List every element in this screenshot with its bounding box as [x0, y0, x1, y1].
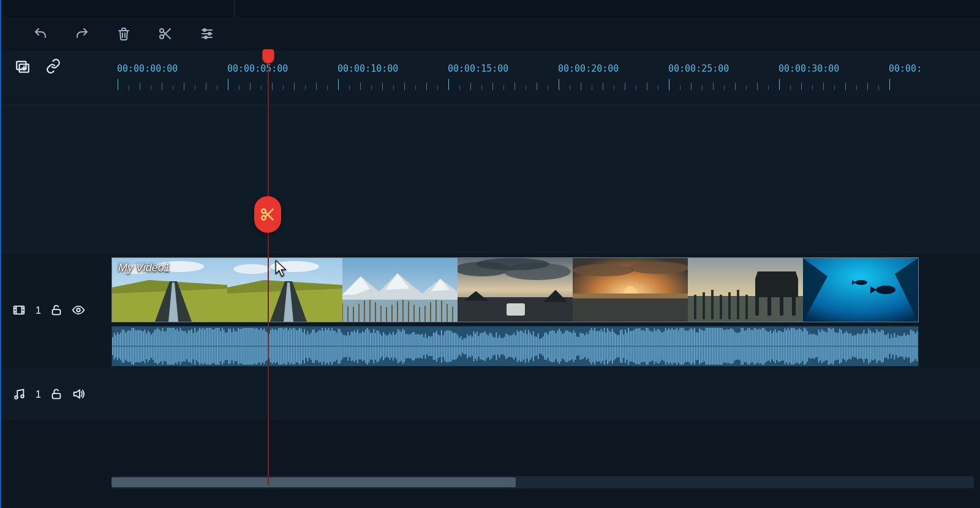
video-track-header: 1 — [1, 252, 123, 369]
unlock-icon — [50, 387, 63, 401]
svg-point-591 — [21, 395, 24, 398]
video-track-lock-button[interactable] — [50, 303, 63, 319]
split-button[interactable] — [157, 25, 174, 42]
svg-rect-81 — [737, 290, 739, 319]
svg-rect-592 — [52, 393, 60, 398]
ruler-tick-label: 00:00:25:00 — [668, 63, 729, 74]
eye-icon — [72, 303, 85, 317]
undo-icon — [33, 26, 48, 41]
music-track-lock-button[interactable] — [50, 387, 63, 403]
trash-icon — [116, 26, 131, 41]
video-track-row: 1 My Video1 — [1, 252, 980, 369]
svg-point-21 — [270, 261, 319, 272]
scissors-icon — [158, 26, 173, 41]
time-ruler[interactable]: 00:00:00:0000:00:05:0000:00:10:0000:00:1… — [111, 51, 980, 105]
video-track-index: 1 — [36, 305, 41, 316]
timeline-toolbar — [1, 17, 980, 50]
svg-point-63 — [573, 264, 634, 276]
svg-point-87 — [855, 280, 867, 285]
ruler-row: 00:00:00:0000:00:05:0000:00:10:0000:00:1… — [1, 50, 980, 105]
svg-rect-79 — [720, 295, 722, 319]
video-track-body[interactable]: My Video1 — [111, 252, 980, 369]
svg-rect-73 — [780, 297, 783, 316]
speaker-icon — [72, 387, 85, 401]
add-track-icon — [15, 58, 31, 74]
delete-button[interactable] — [115, 25, 132, 42]
music-track-index: 1 — [36, 389, 41, 400]
svg-rect-31 — [342, 300, 458, 322]
svg-rect-9 — [14, 306, 24, 314]
svg-point-4 — [205, 36, 207, 39]
tracks-area: 1 My Video1 — [1, 104, 980, 491]
clip-thumbnail — [803, 258, 918, 322]
unlock-icon — [50, 303, 63, 317]
clip-title-label: My Video1 — [118, 262, 170, 275]
svg-rect-82 — [745, 295, 748, 319]
clip-thumbnail: My Video1 — [112, 258, 227, 322]
top-menu-bar — [1, 0, 980, 18]
clip-thumbnail — [573, 258, 688, 322]
video-track-icon — [12, 303, 26, 319]
playhead[interactable] — [268, 50, 269, 485]
music-track-mute-button[interactable] — [72, 387, 85, 403]
ruler-tick-label: 00:00:15:00 — [448, 63, 508, 74]
options-button[interactable] — [198, 25, 216, 42]
link-icon — [45, 58, 61, 74]
svg-rect-71 — [755, 297, 759, 316]
svg-point-11 — [77, 308, 80, 312]
svg-rect-61 — [507, 303, 525, 316]
svg-rect-77 — [703, 292, 705, 319]
video-clip[interactable]: My Video1 — [111, 257, 919, 322]
svg-rect-70 — [755, 279, 798, 297]
sliders-icon — [200, 26, 214, 41]
link-tracks-button[interactable] — [45, 58, 61, 76]
clip-thumbnail — [458, 258, 573, 322]
ruler-tick-label: 00:00:00:00 — [117, 63, 178, 74]
ruler-tick-label: 00:00:30:00 — [778, 63, 839, 74]
svg-rect-72 — [767, 297, 771, 316]
undo-button[interactable] — [32, 25, 49, 42]
redo-icon — [75, 26, 89, 41]
add-track-button[interactable] — [15, 58, 31, 76]
split-at-playhead-button[interactable] — [254, 196, 281, 233]
video-track-visibility-button[interactable] — [72, 303, 85, 319]
svg-rect-67 — [573, 294, 688, 298]
svg-rect-10 — [52, 309, 60, 314]
svg-point-590 — [15, 396, 18, 399]
ruler-tick-label: 00:00:20:00 — [558, 63, 619, 74]
svg-rect-78 — [711, 290, 714, 319]
music-track-row: 1 — [1, 369, 980, 420]
svg-point-3 — [208, 32, 211, 35]
svg-rect-76 — [694, 295, 696, 319]
app-root: 00:00:00:0000:00:05:0000:00:10:0000:00:1… — [0, 0, 980, 508]
scissors-icon — [260, 207, 276, 222]
clip-thumbnail — [688, 258, 803, 322]
svg-point-86 — [876, 286, 895, 294]
music-track-icon — [12, 387, 26, 403]
clip-thumbnail — [342, 258, 458, 322]
timeline-scrollbar-thumb[interactable] — [111, 477, 516, 487]
svg-rect-80 — [728, 292, 731, 319]
playhead-cap-icon[interactable] — [262, 49, 274, 64]
tracks-spacer — [1, 104, 980, 252]
svg-point-64 — [628, 262, 688, 274]
music-track-header: 1 — [1, 370, 123, 420]
ruler-tick-label: 00:00: — [889, 63, 922, 74]
ruler-tick-label: 00:00:10:00 — [337, 63, 398, 74]
svg-point-2 — [203, 29, 206, 31]
svg-point-57 — [476, 258, 549, 270]
svg-marker-75 — [755, 271, 798, 279]
redo-button[interactable] — [74, 25, 91, 42]
timeline-horizontal-scrollbar[interactable] — [111, 476, 974, 488]
svg-point-20 — [233, 264, 270, 274]
clip-audio-waveform[interactable] — [111, 326, 919, 366]
svg-rect-74 — [792, 297, 796, 316]
svg-rect-83 — [803, 258, 918, 322]
ruler-header — [1, 51, 125, 112]
clip-thumbnail — [227, 258, 342, 322]
music-track-body[interactable] — [111, 370, 980, 420]
ruler-tick-label: 00:00:05:00 — [227, 63, 288, 74]
